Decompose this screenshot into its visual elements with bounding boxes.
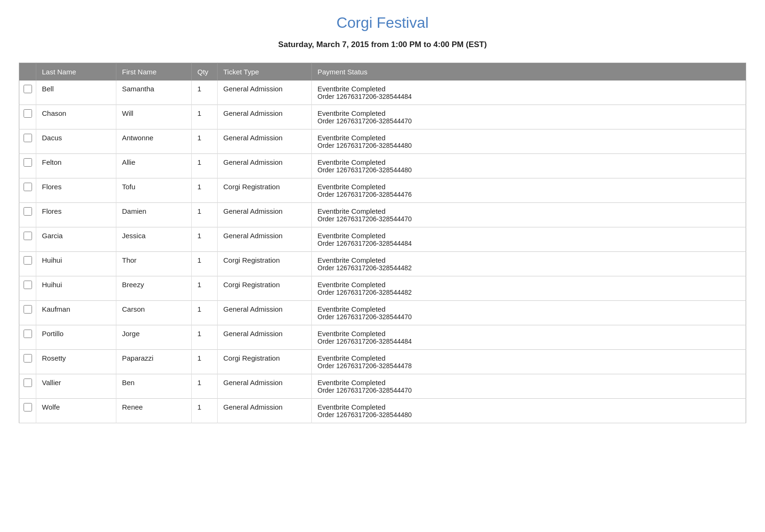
row-checkbox[interactable] <box>24 232 32 240</box>
page-title: Corgi Festival <box>19 14 746 32</box>
cell-tickettype: Corgi Registration <box>218 252 312 276</box>
cell-lastname: Vallier <box>36 374 116 399</box>
table-row: FloresTofu1Corgi RegistrationEventbrite … <box>19 178 746 203</box>
cell-lastname: Chason <box>36 105 116 129</box>
row-checkbox-cell <box>19 105 36 129</box>
row-checkbox[interactable] <box>24 305 32 314</box>
table-row: DacusAntwonne1General AdmissionEventbrit… <box>19 129 746 154</box>
cell-tickettype: General Admission <box>218 154 312 178</box>
cell-firstname: Allie <box>116 154 192 178</box>
cell-qty: 1 <box>192 105 218 129</box>
row-checkbox[interactable] <box>24 256 32 265</box>
cell-payment: Eventbrite CompletedOrder 12676317206-32… <box>312 81 746 105</box>
cell-firstname: Paparazzi <box>116 350 192 374</box>
cell-lastname: Portillo <box>36 325 116 350</box>
cell-lastname: Rosetty <box>36 350 116 374</box>
cell-payment: Eventbrite CompletedOrder 12676317206-32… <box>312 350 746 374</box>
payment-order-number: Order 12676317206-328544470 <box>317 215 740 223</box>
cell-tickettype: General Admission <box>218 325 312 350</box>
table-row: FeltonAllie1General AdmissionEventbrite … <box>19 154 746 178</box>
cell-payment: Eventbrite CompletedOrder 12676317206-32… <box>312 129 746 154</box>
row-checkbox[interactable] <box>24 330 32 338</box>
cell-tickettype: General Admission <box>218 227 312 252</box>
table-row: HuihuiThor1Corgi RegistrationEventbrite … <box>19 252 746 276</box>
table-row: BellSamantha1General AdmissionEventbrite… <box>19 81 746 105</box>
cell-payment: Eventbrite CompletedOrder 12676317206-32… <box>312 276 746 301</box>
row-checkbox[interactable] <box>24 85 32 93</box>
table-row: WolfeRenee1General AdmissionEventbrite C… <box>19 399 746 423</box>
row-checkbox-cell <box>19 129 36 154</box>
table-row: PortilloJorge1General AdmissionEventbrit… <box>19 325 746 350</box>
cell-firstname: Jessica <box>116 227 192 252</box>
payment-order-number: Order 12676317206-328544470 <box>317 313 740 321</box>
payment-status-text: Eventbrite Completed <box>317 183 740 191</box>
row-checkbox[interactable] <box>24 109 32 118</box>
registrants-table: Last Name First Name Qty Ticket Type Pay… <box>19 63 746 423</box>
event-date: Saturday, March 7, 2015 from 1:00 PM to … <box>19 40 746 49</box>
cell-tickettype: General Admission <box>218 129 312 154</box>
row-checkbox[interactable] <box>24 281 32 289</box>
cell-qty: 1 <box>192 129 218 154</box>
payment-status-text: Eventbrite Completed <box>317 109 740 117</box>
cell-payment: Eventbrite CompletedOrder 12676317206-32… <box>312 252 746 276</box>
payment-status-text: Eventbrite Completed <box>317 85 740 93</box>
row-checkbox-cell <box>19 350 36 374</box>
row-checkbox[interactable] <box>24 379 32 387</box>
cell-lastname: Felton <box>36 154 116 178</box>
payment-status-text: Eventbrite Completed <box>317 379 740 387</box>
table-row: HuihuiBreezy1Corgi RegistrationEventbrit… <box>19 276 746 301</box>
cell-qty: 1 <box>192 301 218 325</box>
cell-qty: 1 <box>192 252 218 276</box>
cell-firstname: Ben <box>116 374 192 399</box>
cell-lastname: Flores <box>36 178 116 203</box>
table-row: VallierBen1General AdmissionEventbrite C… <box>19 374 746 399</box>
cell-qty: 1 <box>192 203 218 227</box>
cell-qty: 1 <box>192 227 218 252</box>
cell-lastname: Huihui <box>36 276 116 301</box>
cell-lastname: Wolfe <box>36 399 116 423</box>
row-checkbox-cell <box>19 276 36 301</box>
cell-tickettype: Corgi Registration <box>218 350 312 374</box>
payment-order-number: Order 12676317206-328544484 <box>317 93 740 100</box>
payment-status-text: Eventbrite Completed <box>317 256 740 264</box>
cell-qty: 1 <box>192 276 218 301</box>
col-header-firstname: First Name <box>116 63 192 81</box>
cell-qty: 1 <box>192 374 218 399</box>
table-row: GarciaJessica1General AdmissionEventbrit… <box>19 227 746 252</box>
row-checkbox-cell <box>19 325 36 350</box>
payment-order-number: Order 12676317206-328544480 <box>317 166 740 174</box>
payment-order-number: Order 12676317206-328544480 <box>317 142 740 149</box>
cell-qty: 1 <box>192 178 218 203</box>
cell-firstname: Samantha <box>116 81 192 105</box>
cell-firstname: Carson <box>116 301 192 325</box>
row-checkbox-cell <box>19 178 36 203</box>
cell-tickettype: General Admission <box>218 399 312 423</box>
row-checkbox-cell <box>19 81 36 105</box>
row-checkbox-cell <box>19 301 36 325</box>
payment-status-text: Eventbrite Completed <box>317 232 740 240</box>
cell-tickettype: General Admission <box>218 301 312 325</box>
row-checkbox[interactable] <box>24 134 32 142</box>
cell-lastname: Kaufman <box>36 301 116 325</box>
row-checkbox[interactable] <box>24 183 32 191</box>
table-row: FloresDamien1General AdmissionEventbrite… <box>19 203 746 227</box>
row-checkbox[interactable] <box>24 158 32 167</box>
payment-status-text: Eventbrite Completed <box>317 207 740 215</box>
row-checkbox[interactable] <box>24 403 32 411</box>
table-row: ChasonWill1General AdmissionEventbrite C… <box>19 105 746 129</box>
cell-lastname: Dacus <box>36 129 116 154</box>
table-row: KaufmanCarson1General AdmissionEventbrit… <box>19 301 746 325</box>
cell-tickettype: General Admission <box>218 374 312 399</box>
row-checkbox[interactable] <box>24 207 32 216</box>
payment-status-text: Eventbrite Completed <box>317 403 740 411</box>
payment-status-text: Eventbrite Completed <box>317 305 740 313</box>
cell-qty: 1 <box>192 154 218 178</box>
payment-order-number: Order 12676317206-328544470 <box>317 387 740 394</box>
cell-tickettype: General Admission <box>218 81 312 105</box>
cell-payment: Eventbrite CompletedOrder 12676317206-32… <box>312 203 746 227</box>
cell-lastname: Huihui <box>36 252 116 276</box>
row-checkbox[interactable] <box>24 354 32 363</box>
payment-status-text: Eventbrite Completed <box>317 134 740 142</box>
payment-order-number: Order 12676317206-328544470 <box>317 117 740 125</box>
cell-payment: Eventbrite CompletedOrder 12676317206-32… <box>312 399 746 423</box>
